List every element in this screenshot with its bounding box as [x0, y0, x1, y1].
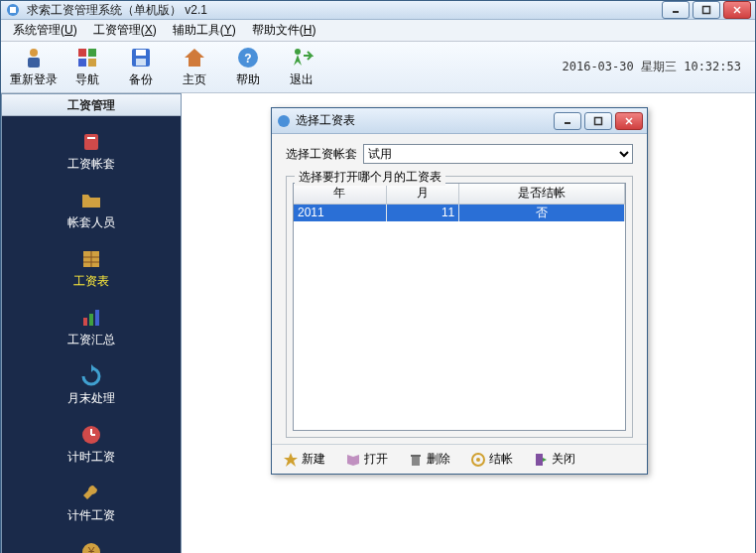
payroll-table-wrap[interactable]: 年 月 是否结帐 2011 11 否	[293, 183, 626, 431]
maximize-button[interactable]	[693, 1, 720, 19]
svg-rect-19	[84, 134, 98, 150]
refresh-icon	[79, 364, 103, 388]
svg-rect-8	[78, 49, 86, 57]
home-button[interactable]: 主页	[168, 44, 221, 91]
svg-rect-3	[703, 7, 710, 14]
help-icon: ?	[236, 46, 260, 69]
dialog-body: 选择工资帐套 试用 选择要打开哪个月的工资表 年 月 是否结帐	[272, 134, 647, 444]
book-icon	[79, 130, 103, 154]
open-button[interactable]: 打开	[340, 448, 393, 471]
sidebar-item-hourly[interactable]: 计时工资	[2, 417, 181, 476]
svg-rect-41	[411, 455, 421, 457]
svg-point-18	[295, 49, 301, 55]
new-button[interactable]: 新建	[278, 448, 330, 471]
select-payroll-dialog: 选择工资表 选择工资帐套 试用 选择要打开哪个月的工资表	[271, 107, 648, 475]
dialog-close-btn[interactable]: 关闭	[528, 448, 580, 471]
svg-rect-26	[89, 314, 93, 326]
dialog-toolbar: 新建 打开 删除 结帐 关闭	[272, 444, 647, 474]
svg-rect-9	[88, 49, 96, 57]
table-row[interactable]: 2011 11 否	[294, 204, 625, 221]
app-icon	[5, 2, 21, 18]
dialog-maximize-button[interactable]	[584, 112, 612, 130]
save-icon	[129, 46, 153, 69]
svg-point-43	[476, 458, 480, 462]
dialog-close-button[interactable]	[615, 112, 643, 130]
sidebar-item-piecework[interactable]: 计件工资	[2, 476, 181, 534]
svg-marker-15	[185, 49, 204, 67]
sidebar-item-personnel[interactable]: 帐套人员	[2, 183, 181, 241]
col-closed[interactable]: 是否结帐	[459, 184, 625, 204]
svg-point-6	[30, 49, 38, 57]
dialog-minimize-button[interactable]	[554, 112, 581, 130]
backup-button[interactable]: 备份	[114, 44, 168, 91]
datetime-label: 2016-03-30 星期三 10:32:53	[563, 59, 750, 75]
folder-icon	[79, 189, 103, 212]
flag-icon	[75, 46, 99, 69]
sidebar-item-monthend[interactable]: 月末处理	[2, 358, 181, 417]
dialog-icon	[276, 113, 292, 129]
exit-button[interactable]: 退出	[275, 44, 328, 91]
home-icon	[183, 46, 206, 69]
svg-rect-44	[536, 454, 543, 466]
main-window: 求索工资管理系统（单机版） v2.1 系统管理(U) 工资管理(X) 辅助工具(…	[0, 0, 756, 553]
svg-rect-20	[87, 137, 95, 139]
user-icon	[22, 46, 46, 69]
wrench-icon	[79, 482, 103, 505]
close-button[interactable]	[723, 1, 751, 19]
lock-icon	[470, 452, 486, 468]
group-title: 选择要打开哪个月的工资表	[295, 169, 445, 186]
svg-text:¥: ¥	[87, 545, 95, 553]
svg-text:?: ?	[244, 52, 251, 66]
svg-marker-39	[284, 453, 298, 467]
minimize-button[interactable]	[662, 1, 690, 19]
svg-rect-7	[28, 58, 40, 68]
sidebar-item-expense[interactable]: ¥日常支出	[2, 534, 181, 553]
payroll-table: 年 月 是否结帐 2011 11 否	[294, 184, 625, 221]
col-year[interactable]: 年	[294, 184, 386, 204]
trash-icon	[408, 452, 424, 468]
sidebar-body: 工资帐套 帐套人员 工资表 工资汇总 月末处理 计时工资 计件工资 ¥日常支出	[2, 116, 181, 553]
toolbar: 重新登录 导航 备份 主页 ?帮助 退出 2016-03-30 星期三 10:3…	[1, 42, 755, 93]
open-book-icon	[345, 452, 361, 468]
main-area: 选择工资表 选择工资帐套 试用 选择要打开哪个月的工资表	[182, 93, 755, 553]
menu-tools[interactable]: 辅助工具(Y)	[165, 20, 244, 41]
menu-system[interactable]: 系统管理(U)	[5, 20, 85, 41]
close-account-button[interactable]: 结帐	[465, 448, 518, 471]
exit-icon	[290, 46, 314, 69]
table-icon	[79, 247, 103, 271]
delete-button[interactable]: 删除	[403, 448, 455, 471]
money-icon: ¥	[79, 540, 103, 553]
sidebar-item-payroll[interactable]: 工资表	[2, 241, 181, 300]
svg-rect-10	[78, 59, 86, 67]
main-titlebar: 求索工资管理系统（单机版） v2.1	[1, 1, 755, 20]
content: 工资管理 工资帐套 帐套人员 工资表 工资汇总 月末处理 计时工资 计件工资 ¥…	[1, 93, 755, 553]
svg-rect-25	[83, 318, 87, 326]
svg-point-34	[278, 115, 290, 127]
menu-salary[interactable]: 工资管理(X)	[85, 20, 165, 41]
nav-button[interactable]: 导航	[61, 44, 114, 91]
col-month[interactable]: 月	[386, 184, 458, 204]
relogin-button[interactable]: 重新登录	[7, 44, 61, 91]
dialog-title: 选择工资表	[292, 112, 554, 129]
svg-rect-27	[95, 310, 99, 326]
app-title: 求索工资管理系统（单机版） v2.1	[27, 2, 662, 19]
svg-rect-11	[88, 59, 96, 67]
svg-marker-28	[91, 364, 95, 372]
sidebar-item-account[interactable]: 工资帐套	[2, 124, 181, 183]
account-select[interactable]: 试用	[363, 144, 633, 164]
star-icon	[283, 452, 299, 468]
menu-help[interactable]: 帮助文件(H)	[244, 20, 324, 41]
chart-icon	[79, 306, 103, 330]
svg-rect-14	[136, 59, 146, 66]
door-icon	[533, 452, 549, 468]
svg-rect-13	[136, 50, 146, 56]
clock-icon	[79, 423, 103, 447]
account-select-row: 选择工资帐套 试用	[286, 144, 633, 164]
help-button[interactable]: ?帮助	[221, 44, 275, 91]
sidebar-header[interactable]: 工资管理	[2, 94, 181, 116]
window-controls	[662, 1, 751, 19]
sidebar-item-summary[interactable]: 工资汇总	[2, 300, 181, 358]
sidebar: 工资管理 工资帐套 帐套人员 工资表 工资汇总 月末处理 计时工资 计件工资 ¥…	[1, 93, 182, 553]
dialog-titlebar: 选择工资表	[272, 108, 647, 134]
svg-marker-45	[543, 458, 547, 462]
